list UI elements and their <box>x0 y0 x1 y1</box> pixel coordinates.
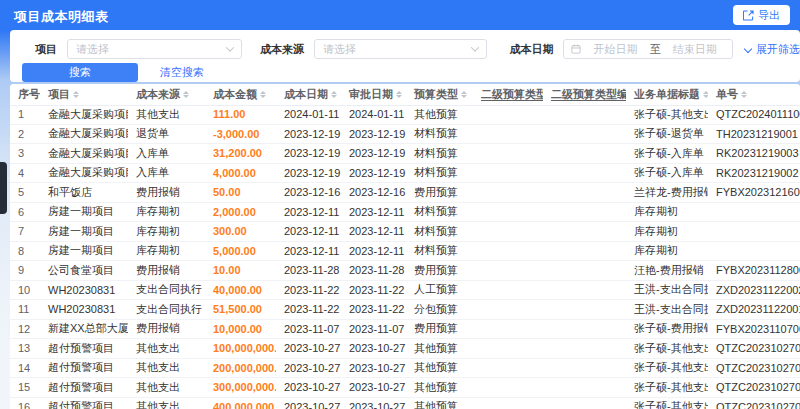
table-cell: QTZC20231027002 <box>708 342 800 354</box>
table-cell: 其他预算 <box>406 399 473 409</box>
table-cell: 111.00 <box>205 108 276 120</box>
cost-source-filter-label: 成本来源 <box>260 42 304 57</box>
end-date-input[interactable]: 结束日期 <box>665 42 725 57</box>
column-header-10[interactable]: 单号 <box>708 84 800 105</box>
column-header-9[interactable]: 业务单据标题 <box>626 84 708 105</box>
table-cell: 2023-11-22 <box>276 284 341 296</box>
table-cell: -3,000.00 <box>205 128 276 140</box>
table-cell: 人工预算 <box>406 282 473 297</box>
clear-search-link[interactable]: 清空搜索 <box>160 65 204 80</box>
project-select[interactable]: 请选择 <box>67 39 242 59</box>
table-cell: TH20231219001 <box>708 128 800 140</box>
table-row: 11WH20230831支出合同执行51,500.002023-11-22202… <box>10 300 800 320</box>
table-cell: 2024-01-11 <box>341 108 406 120</box>
cost-date-range-picker[interactable]: 开始日期 至 结束日期 <box>563 39 733 59</box>
table-cell: 超付预警项目 <box>40 399 128 409</box>
cost-table: 序号项目成本来源成本金额成本日期审批日期预算类型二级预算类型二级预算类型编码业务… <box>10 84 800 409</box>
table-cell: 库存期初 <box>626 243 708 258</box>
table-cell: 2023-12-11 <box>276 245 341 257</box>
table-cell: 51,500.00 <box>205 303 276 315</box>
column-header-1[interactable]: 项目 <box>40 84 128 105</box>
sort-icon[interactable] <box>183 91 189 98</box>
table-cell: 张子硕-费用报销 <box>626 321 708 336</box>
chevron-down-icon <box>226 43 234 51</box>
column-header-7[interactable]: 二级预算类型 <box>473 84 543 105</box>
collapsed-drawer-handle[interactable] <box>0 162 7 214</box>
table-cell: 6 <box>10 206 40 218</box>
table-cell: 公司食堂项目 <box>40 263 128 278</box>
sort-icon[interactable] <box>331 91 337 98</box>
table-cell: 2023-11-22 <box>276 303 341 315</box>
table-cell: 房建一期项目 <box>40 204 128 219</box>
table-header-row: 序号项目成本来源成本金额成本日期审批日期预算类型二级预算类型二级预算类型编码业务… <box>10 84 800 106</box>
table-cell: FYBX20231128001 <box>708 264 800 276</box>
table-cell: QTZC20240111001 <box>708 108 800 120</box>
column-header-6[interactable]: 预算类型 <box>406 84 473 105</box>
table-cell: 入库单 <box>128 146 205 161</box>
table-cell: 9 <box>10 264 40 276</box>
table-cell: 张子硕-其他支出 <box>626 360 708 375</box>
table-cell: 2023-12-19 <box>341 167 406 179</box>
sort-icon[interactable] <box>396 91 402 98</box>
table-cell: 金融大厦采购项目 <box>40 107 128 122</box>
table-cell: 材料预算 <box>406 126 473 141</box>
table-cell: 5,000.00 <box>205 245 276 257</box>
column-header-3[interactable]: 成本金额 <box>205 84 276 105</box>
column-header-5[interactable]: 审批日期 <box>341 84 406 105</box>
table-cell: 费用预算 <box>406 185 473 200</box>
table-cell: 2023-11-07 <box>341 323 406 335</box>
column-header-2[interactable]: 成本来源 <box>128 84 205 105</box>
table-cell: 2023-12-11 <box>341 206 406 218</box>
column-header-8[interactable]: 二级预算类型编码 <box>543 84 626 105</box>
table-cell: 2023-10-27 <box>341 381 406 393</box>
cost-source-select[interactable]: 请选择 <box>314 39 487 59</box>
table-cell: 2023-10-27 <box>276 342 341 354</box>
table-cell: 其他支出 <box>128 341 205 356</box>
table-cell: 2,000.00 <box>205 206 276 218</box>
table-cell: 2023-10-27 <box>276 362 341 374</box>
table-cell: 费用报销 <box>128 321 205 336</box>
table-cell: QTZC20231027002 <box>708 362 800 374</box>
table-cell: 张子硕-入库单 <box>626 165 708 180</box>
table-cell: 10 <box>10 284 40 296</box>
table-cell: 张子硕-其他支出 <box>626 341 708 356</box>
table-cell: 2023-12-19 <box>341 147 406 159</box>
table-cell: 其他预算 <box>406 380 473 395</box>
table-row: 7房建一期项目库存期初300.002023-12-112023-12-11材料预… <box>10 222 800 242</box>
table-cell: 超付预警项目 <box>40 341 128 356</box>
table-cell: 其他预算 <box>406 360 473 375</box>
table-cell: 材料预算 <box>406 243 473 258</box>
table-cell: 2023-11-22 <box>341 284 406 296</box>
table-cell: 超付预警项目 <box>40 360 128 375</box>
table-row: 8房建一期项目库存期初5,000.002023-12-112023-12-11材… <box>10 242 800 262</box>
sort-icon[interactable] <box>461 91 467 98</box>
table-cell: 其他支出 <box>128 107 205 122</box>
table-row: 4金融大厦采购项目入库单4,000.002023-12-192023-12-19… <box>10 164 800 184</box>
table-body: 1金融大厦采购项目其他支出111.002024-01-112024-01-11其… <box>10 105 800 409</box>
start-date-input[interactable]: 开始日期 <box>585 42 645 57</box>
sort-icon[interactable] <box>260 91 266 98</box>
search-button[interactable]: 搜索 <box>22 63 138 82</box>
table-cell: 2023-11-07 <box>276 323 341 335</box>
cost-source-select-placeholder: 请选择 <box>323 42 472 57</box>
date-range-separator: 至 <box>650 42 661 57</box>
table-cell: FYBX20231107001 <box>708 323 800 335</box>
table-cell: 50.00 <box>205 186 276 198</box>
table-cell: 3 <box>10 147 40 159</box>
column-header-4[interactable]: 成本日期 <box>276 84 341 105</box>
sort-icon[interactable] <box>741 91 747 98</box>
table-cell: 入库单 <box>128 165 205 180</box>
table-cell: 2023-12-16 <box>276 186 341 198</box>
table-cell: 其他预算 <box>406 107 473 122</box>
expand-filters-link[interactable]: 展开筛选 <box>745 42 800 57</box>
table-cell: 2023-11-28 <box>341 264 406 276</box>
sort-icon[interactable] <box>73 91 79 98</box>
table-row: 9公司食堂项目费用报销10.002023-11-282023-11-28费用预算… <box>10 261 800 281</box>
table-cell: 房建一期项目 <box>40 224 128 239</box>
export-button[interactable]: 导出 <box>733 5 790 25</box>
cost-date-filter-label: 成本日期 <box>509 42 553 57</box>
table-cell: 2023-12-11 <box>276 206 341 218</box>
table-cell: 库存期初 <box>128 224 205 239</box>
table-row: 3金融大厦采购项目入库单31,200.002023-12-192023-12-1… <box>10 144 800 164</box>
table-cell: 200,000,000.00 <box>205 362 276 374</box>
